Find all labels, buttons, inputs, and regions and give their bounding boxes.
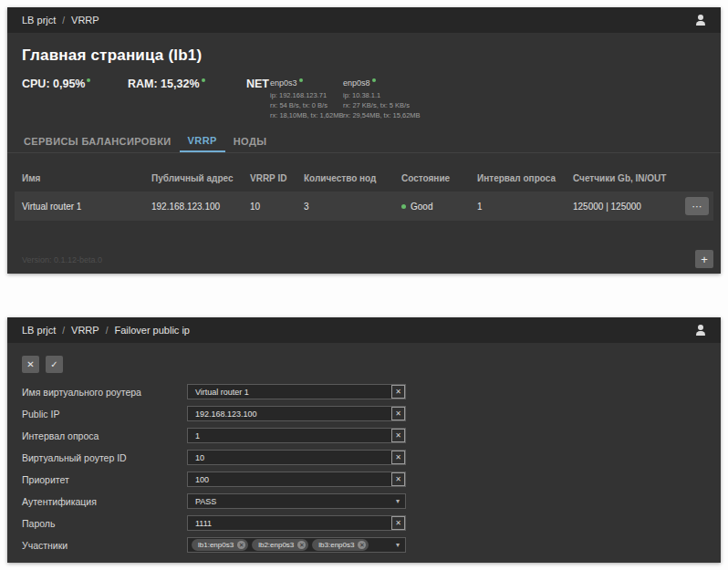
breadcrumb-separator: / — [62, 326, 65, 336]
password-input[interactable]: 1111 ✕ — [187, 515, 406, 531]
tab-nodes[interactable]: НОДЫ — [225, 130, 276, 152]
member-chip[interactable]: lb3:enp0s3 ✕ — [312, 539, 369, 551]
cpu-status-dot — [87, 78, 90, 82]
field-label-authentication: Аутентификация — [22, 496, 187, 507]
breadcrumb-item-vrrp[interactable]: VRRP — [71, 15, 99, 26]
breadcrumb-separator: / — [106, 326, 109, 336]
authentication-select[interactable]: PASS ▾ — [187, 493, 406, 509]
field-label-router-id: Виртуальный роутер ID — [22, 452, 187, 463]
chip-remove-icon[interactable]: ✕ — [237, 541, 245, 549]
cpu-stat: CPU: 0,95% — [22, 78, 128, 90]
clear-icon[interactable]: ✕ — [391, 451, 405, 464]
field-label-router-name: Имя виртуального роутера — [22, 387, 187, 398]
tab-bar: СЕРВИСЫ БАЛАНСИРОВКИ VRRP НОДЫ — [7, 130, 721, 153]
breadcrumb-item-vrrp[interactable]: VRRP — [71, 325, 99, 336]
edit-form-panel: LB prjct / VRRP / Failover public ip ✕ ✓… — [7, 317, 721, 563]
form-actions: ✕ ✓ — [7, 343, 721, 373]
breadcrumb-item-project[interactable]: LB prjct — [22, 325, 56, 336]
table-row[interactable]: Virtual router 1 192.168.123.100 10 3 Go… — [15, 192, 713, 221]
dashboard-panel: LB prjct / VRRP Главная страница (lb1) C… — [7, 7, 721, 274]
breadcrumb-separator: / — [62, 16, 65, 26]
row-more-button[interactable]: ⋯ — [685, 197, 709, 215]
chip-label: lb3:enp0s3 — [318, 541, 354, 549]
table-header-row: Имя Публичный адрес VRRP ID Количество н… — [15, 164, 713, 192]
router-id-input[interactable]: 10 ✕ — [187, 450, 406, 465]
ram-status-dot — [202, 78, 205, 82]
interface-enp0s8: enp0s8 ip: 10.38.1.1 rx: 27 KB/s, tx: 5 … — [343, 78, 416, 120]
close-icon: ✕ — [26, 359, 34, 369]
cancel-button[interactable]: ✕ — [22, 356, 39, 373]
stats-bar: CPU: 0,95% RAM: 15,32% NET enp0s3 ip: 19… — [7, 68, 721, 126]
column-header-poll-interval: Интервал опроса — [477, 173, 573, 183]
chip-remove-icon[interactable]: ✕ — [358, 541, 366, 549]
router-name-input[interactable]: Virtual router 1 ✕ — [187, 384, 406, 399]
form-row: Пароль 1111 ✕ — [22, 515, 706, 531]
column-header-node-count: Количество нод — [304, 173, 401, 183]
chevron-down-icon[interactable]: ▾ — [396, 497, 400, 505]
field-label-password: Пароль — [22, 518, 187, 529]
dashboard-appbar: LB prjct / VRRP — [7, 7, 721, 33]
ram-stat: RAM: 15,32% — [128, 78, 246, 90]
input-value: 1 — [188, 431, 391, 440]
member-chip[interactable]: lb1:enp0s3 ✕ — [192, 539, 248, 551]
net-label: NET — [246, 78, 270, 90]
public-ip-input[interactable]: 192.168.123.100 ✕ — [187, 406, 406, 421]
form-row: Имя виртуального роутера Virtual router … — [22, 384, 706, 399]
tab-balancing-services[interactable]: СЕРВИСЫ БАЛАНСИРОВКИ — [22, 130, 180, 152]
interface-name: enp0s3 — [270, 78, 297, 88]
interface-total: rx: 18,10MB, tx: 1,62MB — [270, 110, 343, 120]
clear-icon[interactable]: ✕ — [391, 385, 405, 399]
member-chips: lb1:enp0s3 ✕ lb2:enp0s3 ✕ lb3:enp0s3 ✕ — [188, 539, 396, 551]
field-label-poll-interval: Интервал опроса — [22, 430, 187, 441]
breadcrumb-item-failover[interactable]: Failover public ip — [114, 325, 190, 336]
cpu-label: CPU: 0,95% — [22, 78, 85, 90]
input-value: 192.168.123.100 — [188, 409, 391, 419]
interface-ip: ip: 10.38.1.1 — [343, 90, 416, 100]
input-value: Virtual router 1 — [188, 388, 391, 397]
confirm-button[interactable]: ✓ — [46, 356, 63, 373]
member-chip[interactable]: lb2:enp0s3 ✕ — [252, 539, 308, 551]
interface-rate: rx: 54 B/s, tx: 0 B/s — [270, 100, 343, 110]
user-icon[interactable] — [693, 13, 708, 27]
status-dot-good — [401, 204, 406, 209]
chip-remove-icon[interactable]: ✕ — [297, 541, 306, 549]
cell-counters: 125000 | 125000 — [573, 202, 685, 212]
form-row: Public IP 192.168.123.100 ✕ — [22, 406, 706, 421]
tab-vrrp[interactable]: VRRP — [180, 130, 225, 152]
field-label-public-ip: Public IP — [22, 409, 187, 420]
user-icon[interactable] — [693, 323, 708, 337]
column-header-counters: Счетчики Gb, IN/OUT — [573, 173, 685, 183]
members-select[interactable]: lb1:enp0s3 ✕ lb2:enp0s3 ✕ lb3:enp0s3 ✕ ▾ — [187, 537, 406, 553]
clear-icon[interactable]: ✕ — [391, 472, 405, 486]
input-value: 1111 — [188, 519, 391, 528]
cell-vrrp-id: 10 — [250, 202, 304, 212]
clear-icon[interactable]: ✕ — [391, 516, 405, 530]
input-value: 100 — [188, 475, 391, 484]
cell-poll-interval: 1 — [477, 202, 573, 212]
cell-node-count: 3 — [304, 202, 401, 212]
field-label-members: Участники — [22, 540, 187, 551]
breadcrumb: LB prjct / VRRP — [22, 15, 99, 26]
priority-input[interactable]: 100 ✕ — [187, 472, 406, 487]
breadcrumb: LB prjct / VRRP / Failover public ip — [22, 325, 190, 336]
cell-name: Virtual router 1 — [22, 202, 151, 212]
poll-interval-input[interactable]: 1 ✕ — [187, 428, 406, 443]
vrrp-form: Имя виртуального роутера Virtual router … — [7, 373, 721, 553]
selected-value: PASS — [188, 497, 396, 506]
vrrp-table: Имя Публичный адрес VRRP ID Количество н… — [15, 164, 713, 221]
form-row: Аутентификация PASS ▾ — [22, 493, 706, 509]
clear-icon[interactable]: ✕ — [391, 407, 405, 420]
breadcrumb-item-project[interactable]: LB prjct — [22, 15, 56, 26]
chip-label: lb2:enp0s3 — [258, 541, 294, 549]
interface-name: enp0s8 — [343, 78, 370, 88]
plus-icon: + — [701, 253, 708, 266]
form-row: Интервал опроса 1 ✕ — [22, 428, 706, 443]
check-icon: ✓ — [50, 359, 57, 369]
column-header-vrrp-id: VRRP ID — [250, 173, 304, 183]
chevron-down-icon[interactable]: ▾ — [396, 541, 400, 549]
interface-rate: rx: 27 KB/s, tx: 5 KB/s — [343, 100, 416, 110]
clear-icon[interactable]: ✕ — [391, 429, 405, 442]
column-header-public-address: Публичный адрес — [151, 173, 250, 183]
add-button[interactable]: + — [695, 250, 713, 268]
column-header-state: Состояние — [401, 173, 477, 183]
